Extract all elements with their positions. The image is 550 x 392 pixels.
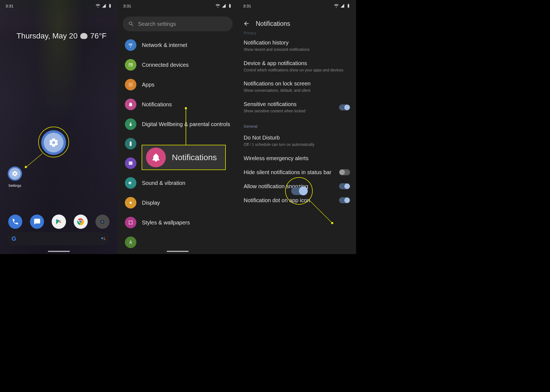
wallpaper-icon: [128, 220, 133, 225]
storage-icon: [128, 160, 133, 166]
settings-item-label: Notifications: [142, 101, 172, 108]
settings-item-styles[interactable]: Styles & wallpapers: [118, 213, 238, 232]
search-settings[interactable]: Search settings: [123, 16, 233, 31]
cloud-icon: [80, 33, 87, 39]
row-device-app-notifications[interactable]: Device & app notificationsControl which …: [244, 56, 350, 77]
svg-point-7: [104, 239, 105, 240]
toggle-snoozing[interactable]: [339, 183, 350, 189]
settings-item-label: Display: [142, 199, 160, 206]
row-notification-history[interactable]: Notification historyShow recent and snoo…: [244, 36, 350, 56]
svg-point-4: [101, 221, 104, 223]
status-bar: 3:31: [0, 0, 118, 12]
chrome-app[interactable]: [74, 215, 88, 229]
messages-app[interactable]: [30, 215, 44, 229]
signal-icon: [340, 4, 345, 8]
date-text: Thursday, May 20: [16, 32, 78, 40]
battery-icon: [128, 141, 133, 146]
settings-item-wellbeing[interactable]: Digital Wellbeing & parental controls: [118, 114, 238, 134]
svg-rect-19: [129, 162, 132, 162]
section-header-general: General: [244, 118, 350, 131]
status-bar: 3:31: [238, 0, 356, 12]
wifi-icon: [334, 4, 339, 8]
row-sensitive-notifications[interactable]: Sensitive notificationsShow sensitive co…: [244, 97, 350, 118]
notifications-screen: 3:31 Notifications Privacy Notification …: [238, 0, 356, 254]
settings-item-label: Digital Wellbeing & parental controls: [142, 121, 230, 128]
settings-screen: 3:31 Search settings Network & internet …: [118, 0, 238, 254]
page-title: Notifications: [256, 20, 290, 27]
settings-app-icon[interactable]: [8, 166, 22, 181]
status-bar: 3:31: [118, 0, 238, 12]
highlight-connector: [25, 152, 44, 169]
wifi-icon: [96, 4, 100, 8]
svg-point-10: [130, 83, 131, 84]
svg-line-0: [26, 154, 42, 167]
settings-item-network[interactable]: Network & internet: [118, 35, 238, 55]
row-wireless-emergency[interactable]: Wireless emergency alerts: [244, 151, 350, 165]
settings-item-label: Sound & vibration: [142, 179, 185, 187]
section-header-partial: Privacy: [244, 31, 350, 36]
toggle-sensitive[interactable]: [339, 104, 350, 110]
settings-item-label: Apps: [142, 81, 155, 88]
settings-app-label: Settings: [6, 184, 24, 188]
svg-point-23: [130, 240, 131, 241]
status-time: 3:31: [243, 4, 251, 8]
battery-icon: [108, 4, 112, 8]
toggle-hide-silent[interactable]: [339, 169, 350, 175]
svg-point-15: [129, 86, 130, 87]
settings-app-callout: [41, 130, 66, 155]
svg-point-18: [130, 123, 131, 124]
toggle-dot[interactable]: [339, 197, 350, 203]
notifications-list: Privacy Notification historyShow recent …: [238, 32, 356, 254]
camera-app[interactable]: [95, 215, 109, 229]
highlight-connector: [309, 199, 333, 224]
settings-item-label: Network & internet: [142, 41, 187, 49]
svg-point-6: [104, 237, 105, 238]
svg-rect-21: [129, 164, 132, 165]
svg-point-11: [132, 83, 133, 84]
svg-point-14: [132, 84, 133, 85]
settings-item-display[interactable]: Display: [118, 193, 238, 213]
settings-item-label: Connected devices: [142, 61, 189, 68]
temp-text: 76°F: [90, 32, 106, 40]
sound-icon: [128, 180, 133, 186]
nav-bar[interactable]: [167, 251, 189, 252]
brightness-icon: [128, 200, 133, 205]
settings-item-notifications[interactable]: Notifications: [118, 94, 238, 114]
row-lock-screen-notifications[interactable]: Notifications on lock screenShow convers…: [244, 77, 350, 97]
accessibility-icon: [128, 240, 133, 245]
svg-point-13: [130, 84, 131, 85]
wifi-icon: [216, 4, 220, 8]
svg-point-16: [130, 86, 131, 87]
signal-icon: [102, 4, 106, 8]
row-dnd[interactable]: Do Not DisturbOff / 1 schedule can turn …: [244, 131, 350, 151]
apps-icon: [128, 82, 133, 87]
svg-point-12: [129, 84, 130, 85]
settings-item-connected[interactable]: Connected devices: [118, 55, 238, 75]
settings-item-sound[interactable]: Sound & vibration: [118, 173, 238, 193]
gear-icon: [48, 137, 59, 148]
row-hide-silent[interactable]: Hide silent notifications in status bar: [244, 165, 350, 179]
settings-item-partial[interactable]: [118, 232, 238, 252]
home-date-weather[interactable]: Thursday, May 20 76°F: [16, 32, 106, 40]
battery-icon: [228, 4, 232, 8]
svg-line-24: [310, 201, 332, 223]
notifications-callout: Notifications: [142, 145, 226, 170]
play-store-app[interactable]: [52, 215, 66, 229]
svg-point-17: [132, 86, 133, 87]
back-arrow-icon[interactable]: [243, 20, 250, 27]
search-placeholder: Search settings: [138, 21, 176, 27]
status-time: 3:31: [6, 4, 13, 8]
bell-icon-large: [146, 148, 166, 167]
assistant-icon[interactable]: [101, 236, 106, 241]
svg-point-9: [129, 83, 130, 84]
callout-label: Notifications: [172, 153, 217, 162]
page-header: Notifications: [238, 16, 356, 31]
phone-app[interactable]: [8, 215, 22, 229]
bell-icon: [128, 102, 133, 107]
settings-item-apps[interactable]: Apps: [118, 75, 238, 94]
row-notification-dot[interactable]: Notification dot on app icon: [244, 193, 350, 207]
battery-icon: [346, 4, 351, 8]
nav-bar[interactable]: [48, 251, 70, 252]
google-search-bar[interactable]: G: [8, 232, 110, 245]
gear-icon: [12, 170, 18, 177]
